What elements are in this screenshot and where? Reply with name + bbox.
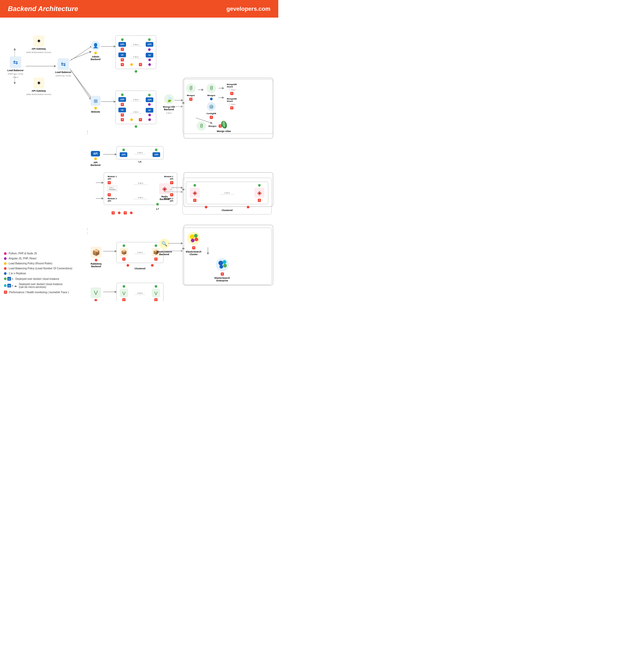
- admin-bottom-dots: ✕ ✕: [119, 63, 153, 66]
- admin-api-row: API ✕ 1 to n API: [119, 38, 153, 51]
- vmq-lton: 1 to n: [135, 292, 145, 295]
- wapi2-dot: [148, 94, 151, 96]
- l7bd1: ✕: [111, 211, 115, 214]
- svg-point-81: [223, 260, 226, 264]
- separator-arrow-2: ›: [87, 230, 88, 236]
- module2-api1-label: Module 2API: [108, 198, 117, 202]
- arrow-mongo: [174, 98, 184, 103]
- website-lton: 1 to n: [131, 99, 141, 101]
- svg-text:◈: ◈: [193, 189, 197, 196]
- admin-label: AdminBackend: [90, 55, 101, 61]
- mongodb-backend-icon: 🍃: [164, 94, 174, 104]
- domain-label: gevelopers.com: [226, 5, 270, 12]
- svg-text:◈: ◈: [257, 189, 262, 196]
- vmq-1ton: 1 to n: [137, 292, 142, 294]
- mongos2-label: Mongos: [207, 94, 215, 97]
- admin-lton-label: 1 to n: [131, 43, 141, 46]
- mongo-shard-arrows: [218, 86, 225, 100]
- l7-left-arrow2: [96, 196, 104, 201]
- shard-arrow2: [218, 95, 225, 100]
- website-cluster-box: API ✕ 1 to n API UI: [115, 91, 156, 128]
- module1-lton: 1 to n: [134, 182, 147, 185]
- website-green-dot: [135, 125, 137, 128]
- wapi1-badge: ✕: [121, 103, 124, 106]
- vmq-icon1-svg: V: [120, 289, 128, 297]
- aapi1-dot: [122, 149, 125, 151]
- admin-api2-dot2: [148, 48, 151, 51]
- legend: Python, PHP & Node JS Angular JS, PHP, R…: [4, 252, 72, 296]
- lb1-lton: 1 to n: [13, 76, 18, 78]
- rabbitmq-dot: [95, 259, 97, 261]
- admin-1ton-text: 1 to n: [133, 43, 138, 46]
- svg-text:⇆: ⇆: [61, 61, 66, 68]
- rbd2: [247, 206, 250, 208]
- rmq-icon-1: 📦 ✕: [120, 244, 128, 261]
- vmq-icon-1: V ✕: [120, 285, 128, 301]
- wbd3: ✕: [139, 118, 142, 121]
- admin-icon: 👤: [90, 41, 101, 51]
- admin-ui-1: UI ✕: [119, 52, 126, 61]
- rmq-icon1-svg: 📦: [120, 248, 128, 256]
- es-inner-row: ✕ ElasticSearchCluster ✕: [186, 232, 268, 282]
- wbd2: [130, 119, 133, 121]
- redis-backend-label: RedisBackend: [160, 195, 170, 201]
- page-title: Backend Architecture: [8, 5, 78, 13]
- rabbitmq-node: 📦 RabbitmqBackend: [90, 247, 102, 268]
- wapi1-box: API: [119, 97, 126, 102]
- redis-1ton: 1 to n: [225, 191, 230, 194]
- aapi2-dot: [155, 149, 157, 151]
- l7-arrow2-svg: [96, 196, 104, 201]
- admin-ui-1ton: 1 to n: [133, 56, 138, 58]
- arrow-lb2-website: [68, 66, 94, 103]
- legend-performance: ✕ Performance / Health monitoring ( Isom…: [4, 291, 72, 294]
- admin-ui2-box: UI: [146, 53, 153, 57]
- mongos3-label: Mongos: [208, 125, 216, 127]
- arrow-center-es: [164, 249, 184, 253]
- redis-dot2: [258, 184, 261, 187]
- elasticsearch-section: 🔍 ElasticSearchBackend ✕ ElasticSearchC: [182, 228, 272, 285]
- svg-text:🐳: 🐳: [8, 278, 10, 280]
- svg-text:🛢: 🛢: [209, 85, 214, 91]
- admin-api-1: API ✕: [119, 38, 126, 51]
- admin-bd2: [130, 63, 133, 66]
- rmq-bd2: [151, 264, 154, 267]
- admin-api-2: API: [146, 38, 153, 51]
- arrow-website-box: [101, 99, 117, 104]
- rmq-bottom-dots: [116, 264, 163, 267]
- mongo-atlas-label: Mongo Atlas: [217, 130, 231, 133]
- mongodb-backend-lton: 1 to n: [166, 112, 172, 114]
- svg-text:👤: 👤: [93, 43, 99, 49]
- legend-micro-text: Deployed over docker/ cloud instance(can…: [19, 283, 63, 288]
- svg-text:⊞: ⊞: [94, 99, 98, 104]
- mongodb-section: 🍃 Mongo DBBackend 1 to n 🛢 Mongos ✕: [182, 79, 273, 134]
- website-api-1: API ✕: [119, 94, 126, 106]
- docker-icon: 🐳: [7, 277, 11, 281]
- arrow-es: [168, 241, 183, 246]
- legend-pink-text: Python, PHP & Node JS: [9, 252, 37, 255]
- rmq-clustered-label: Clustered: [116, 267, 163, 270]
- mongos2-node: 🛢 Mongos: [206, 83, 216, 100]
- svg-text:🔍: 🔍: [161, 241, 167, 247]
- api-gateway-1: ✦ API Gateway (With Authorisation Server…: [26, 35, 51, 54]
- redis-icon-1: ◈ ✕: [190, 184, 200, 202]
- redis-lton: 1 to n: [220, 191, 234, 195]
- legend-pink: Python, PHP & Node JS: [4, 252, 72, 255]
- svg-text:✦: ✦: [36, 80, 41, 86]
- rbd1: [205, 206, 207, 208]
- es-enterprise-badge: ✕: [221, 273, 224, 276]
- admin-bd4: [148, 63, 151, 66]
- l7-arrow-svg: [96, 180, 104, 185]
- m1-modules-1: 1 to xModules: [108, 186, 117, 191]
- svg-text:🛢: 🛢: [188, 85, 193, 91]
- redis-dot1: [193, 184, 196, 187]
- website-api-row: API ✕ 1 to n API: [119, 94, 153, 106]
- website-ui-2: UI: [146, 108, 153, 116]
- load-balancer-1: ⇆ Load Balancer (HAProxy / ELB) 1 to n: [7, 56, 24, 78]
- lb1-label: Load Balancer: [7, 69, 24, 72]
- mongos1-icon: 🛢: [186, 83, 196, 93]
- header: Backend Architecture gevelopers.com: [0, 0, 278, 18]
- mongos2-configdb-col: 🛢 Mongos ⚙️ ConfigDB ✕: [206, 83, 216, 119]
- es-down-arrow: [206, 247, 210, 255]
- docker2-icon: 🐳: [7, 284, 11, 287]
- module2-left: ✕ Module 2API: [108, 193, 117, 202]
